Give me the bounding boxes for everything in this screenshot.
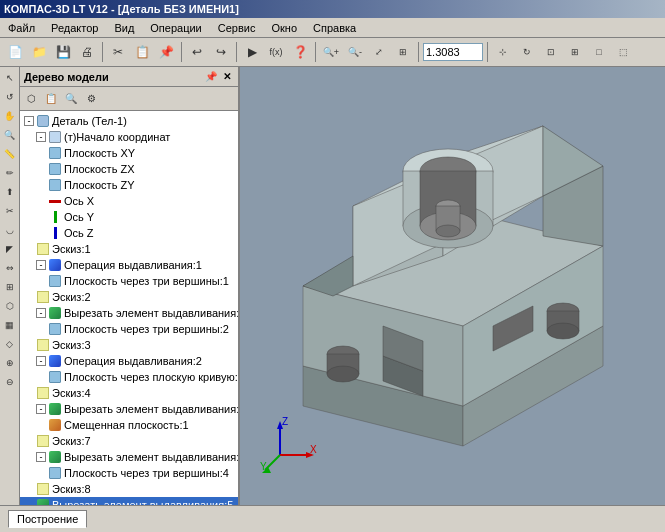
tb-zoom-in[interactable]: 🔍+ [320, 41, 342, 63]
tb-view4[interactable]: ⊞ [564, 41, 586, 63]
menu-service[interactable]: Сервис [214, 21, 260, 35]
label-cut4: Вырезать элемент выдавливания:4 [64, 451, 238, 463]
title-text: КОМПАС-3D LT V12 - [Деталь БЕЗ ИМЕНИ1] [4, 3, 239, 15]
tb-zoom-select[interactable]: ⊞ [392, 41, 414, 63]
menu-window[interactable]: Окно [267, 21, 301, 35]
tb-paste[interactable]: 📌 [155, 41, 177, 63]
expand-cut4[interactable]: - [36, 452, 46, 462]
tree-item-sketch8[interactable]: Эскиз:8 [20, 481, 238, 497]
tb-undo[interactable]: ↩ [186, 41, 208, 63]
expand-origin[interactable]: - [36, 132, 46, 142]
lt-sketch[interactable]: ✏ [1, 164, 19, 182]
tb-zoom-fit[interactable]: ⤢ [368, 41, 390, 63]
tree-item-sketch4[interactable]: Эскиз:4 [20, 385, 238, 401]
lt-cut[interactable]: ✂ [1, 202, 19, 220]
tree-item-cut1[interactable]: - Вырезать элемент выдавливания:1 [20, 305, 238, 321]
label-axisz: Ось Z [64, 227, 94, 239]
tb-print[interactable]: 🖨 [76, 41, 98, 63]
lt-zoom[interactable]: 🔍 [1, 126, 19, 144]
tb-fx[interactable]: f(x) [265, 41, 287, 63]
x-label: X [310, 444, 317, 455]
icon-sketch7 [36, 434, 50, 448]
label-sketch7: Эскиз:7 [52, 435, 91, 447]
tree-item-plane4[interactable]: Плоскость через три вершины:4 [20, 465, 238, 481]
tree-item-extrude2[interactable]: - Операция выдавливания:2 [20, 353, 238, 369]
tree-item-plane3[interactable]: Плоскость через плоскую кривую:1 [20, 369, 238, 385]
tb-redo[interactable]: ↪ [210, 41, 232, 63]
tb-run[interactable]: ▶ [241, 41, 263, 63]
tb-new[interactable]: 📄 [4, 41, 26, 63]
lt-rib[interactable]: ▦ [1, 316, 19, 334]
tb-open[interactable]: 📁 [28, 41, 50, 63]
tree-tb-4[interactable]: ⚙ [82, 90, 100, 108]
menu-edit[interactable]: Редактор [47, 21, 102, 35]
lt-fillet[interactable]: ◡ [1, 221, 19, 239]
tb-save[interactable]: 💾 [52, 41, 74, 63]
expand-extrude1[interactable]: - [36, 260, 46, 270]
tb-help[interactable]: ❓ [289, 41, 311, 63]
tree-item-axisz[interactable]: Ось Z [20, 225, 238, 241]
tree-item-sketch3[interactable]: Эскиз:3 [20, 337, 238, 353]
tree-item-axisx[interactable]: Ось X [20, 193, 238, 209]
label-sketch3: Эскиз:3 [52, 339, 91, 351]
tree-item-cut2[interactable]: - Вырезать элемент выдавливания:2 [20, 401, 238, 417]
tb-zoom-out[interactable]: 🔍- [344, 41, 366, 63]
expand-extrude2[interactable]: - [36, 356, 46, 366]
tree-tb-1[interactable]: ⬡ [22, 90, 40, 108]
lt-chamfer[interactable]: ◤ [1, 240, 19, 258]
lt-draft[interactable]: ◇ [1, 335, 19, 353]
lt-extrude[interactable]: ⬆ [1, 183, 19, 201]
tree-close-btn[interactable]: ✕ [220, 70, 234, 84]
lt-pan[interactable]: ✋ [1, 107, 19, 125]
tree-item-cut4[interactable]: - Вырезать элемент выдавливания:4 [20, 449, 238, 465]
tb-view2[interactable]: ↻ [516, 41, 538, 63]
tb-view6[interactable]: ⬚ [612, 41, 634, 63]
lt-rotate[interactable]: ↺ [1, 88, 19, 106]
lt-measure[interactable]: 📏 [1, 145, 19, 163]
tree-item-root[interactable]: - Деталь (Тел-1) [20, 113, 238, 129]
tree-tb-2[interactable]: 📋 [42, 90, 60, 108]
tree-pin-btn[interactable]: 📌 [204, 70, 218, 84]
label-plane1: Плоскость через три вершины:1 [64, 275, 229, 287]
viewport[interactable]: Z X Y [240, 67, 665, 505]
tree-item-sketch2[interactable]: Эскиз:2 [20, 289, 238, 305]
tree-item-cut5[interactable]: Вырезать элемент выдавливания:5 [20, 497, 238, 505]
lt-array[interactable]: ⊞ [1, 278, 19, 296]
tree-item-extrude1[interactable]: - Операция выдавливания:1 [20, 257, 238, 273]
icon-axisz [48, 226, 62, 240]
tree-item-offset1[interactable]: Смещенная плоскость:1 [20, 417, 238, 433]
tb-copy[interactable]: 📋 [131, 41, 153, 63]
menu-view[interactable]: Вид [110, 21, 138, 35]
tb-view3[interactable]: ⊡ [540, 41, 562, 63]
icon-cut5 [36, 498, 50, 505]
expand-cut1[interactable]: - [36, 308, 46, 318]
expand-cut2[interactable]: - [36, 404, 46, 414]
tree-item-xy[interactable]: Плоскость XY [20, 145, 238, 161]
menu-file[interactable]: Файл [4, 21, 39, 35]
tree-item-zx[interactable]: Плоскость ZX [20, 161, 238, 177]
tree-item-origin[interactable]: - (т)Начало координат [20, 129, 238, 145]
tree-item-zy[interactable]: Плоскость ZY [20, 177, 238, 193]
expand-root[interactable]: - [24, 116, 34, 126]
tb-cut[interactable]: ✂ [107, 41, 129, 63]
tree-tb-3[interactable]: 🔍 [62, 90, 80, 108]
tree-item-plane2[interactable]: Плоскость через три вершины:2 [20, 321, 238, 337]
lt-select[interactable]: ↖ [1, 69, 19, 87]
tree-item-plane1[interactable]: Плоскость через три вершины:1 [20, 273, 238, 289]
tb-view1[interactable]: ⊹ [492, 41, 514, 63]
lt-split[interactable]: ⊖ [1, 373, 19, 391]
tb-view5[interactable]: □ [588, 41, 610, 63]
tree-item-sketch7[interactable]: Эскиз:7 [20, 433, 238, 449]
icon-sketch3 [36, 338, 50, 352]
tree-item-axisy[interactable]: Ось Y [20, 209, 238, 225]
tree-item-sketch1[interactable]: Эскиз:1 [20, 241, 238, 257]
zoom-input[interactable]: 1.3083 [423, 43, 483, 61]
menu-help[interactable]: Справка [309, 21, 360, 35]
tree-content[interactable]: - Деталь (Тел-1) - (т)Начало координат П… [20, 111, 238, 505]
lt-shell[interactable]: ⬡ [1, 297, 19, 315]
lt-boolean[interactable]: ⊕ [1, 354, 19, 372]
status-tab-build[interactable]: Построение [8, 510, 87, 528]
lt-mirror[interactable]: ⇔ [1, 259, 19, 277]
tb-sep-6 [487, 42, 488, 62]
menu-operations[interactable]: Операции [146, 21, 205, 35]
